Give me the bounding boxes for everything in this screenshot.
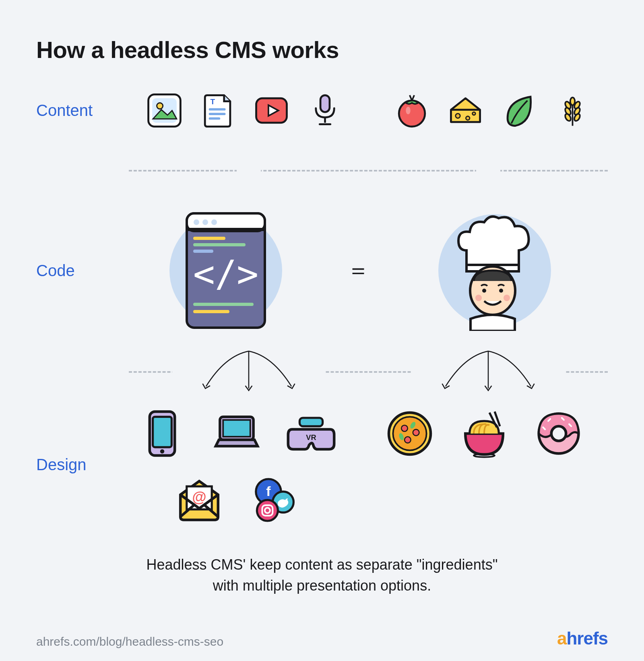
svg-point-60 — [393, 417, 426, 450]
branching-arrows-icon — [172, 345, 325, 397]
content-label: Content — [36, 101, 113, 120]
equals-symbol: ＝ — [339, 255, 382, 286]
svg-point-56 — [257, 500, 278, 521]
svg-point-42 — [475, 295, 482, 301]
pizza-icon — [384, 407, 436, 460]
svg-rect-36 — [193, 303, 254, 306]
caption: Headless CMS' keep content as separate "… — [101, 554, 543, 596]
svg-point-2 — [157, 103, 163, 109]
svg-rect-34 — [193, 250, 213, 253]
svg-rect-37 — [193, 310, 229, 313]
content-media-icons: T — [129, 91, 360, 130]
svg-rect-8 — [320, 95, 330, 112]
svg-point-61 — [401, 425, 408, 432]
chef-graphic — [382, 210, 608, 331]
svg-point-43 — [504, 295, 510, 301]
svg-rect-49 — [299, 418, 322, 426]
page-title: How a headless CMS works — [36, 36, 608, 63]
brand-first-letter: a — [557, 628, 566, 648]
svg-rect-48 — [223, 420, 250, 437]
svg-point-12 — [406, 107, 410, 114]
svg-rect-5 — [208, 113, 225, 115]
laptop-icon — [211, 407, 263, 460]
svg-rect-32 — [193, 237, 225, 240]
code-graphic: </> — [113, 210, 339, 331]
chef-icon — [442, 210, 547, 331]
video-icon — [252, 91, 291, 130]
design-foods — [360, 407, 608, 460]
brand-rest: hrefs — [566, 628, 608, 648]
branching-arrows-icon — [412, 345, 565, 397]
svg-rect-6 — [208, 118, 220, 120]
design-label: Design — [36, 456, 113, 474]
tomato-icon — [393, 91, 431, 130]
code-label: Code — [36, 262, 113, 280]
svg-point-16 — [472, 112, 475, 115]
svg-point-11 — [399, 101, 425, 127]
svg-point-29 — [194, 219, 199, 225]
noodles-icon — [458, 407, 510, 460]
design-outputs: VR @ f — [113, 407, 360, 526]
svg-point-41 — [499, 289, 503, 293]
code-window-icon: </> — [184, 210, 268, 331]
svg-point-17 — [570, 97, 574, 105]
image-icon — [145, 91, 184, 130]
microphone-icon — [306, 91, 344, 130]
svg-point-62 — [413, 430, 419, 436]
svg-point-40 — [482, 289, 486, 293]
svg-text:VR: VR — [306, 434, 316, 442]
code-row: Code </> ＝ — [36, 210, 608, 331]
content-row: Content T — [36, 91, 608, 130]
svg-rect-4 — [208, 108, 225, 111]
design-row: Design VR @ f — [36, 407, 608, 526]
svg-rect-45 — [153, 417, 171, 447]
svg-point-63 — [405, 437, 411, 443]
svg-text:f: f — [266, 483, 271, 499]
svg-point-31 — [211, 219, 217, 225]
svg-rect-28 — [187, 228, 265, 231]
svg-point-15 — [466, 116, 470, 120]
footer: ahrefs.com/blog/headless-cms-seo ahrefs — [36, 628, 608, 649]
svg-rect-33 — [193, 243, 246, 246]
svg-point-14 — [455, 114, 460, 118]
brand-logo: ahrefs — [557, 628, 608, 649]
phone-icon — [136, 407, 188, 460]
social-media-icon: f — [248, 474, 300, 526]
caption-line-1: Headless CMS' keep content as separate "… — [147, 556, 498, 573]
svg-point-46 — [160, 449, 164, 453]
svg-text:</>: </> — [193, 253, 259, 295]
vr-headset-icon: VR — [285, 407, 337, 460]
cheese-icon — [446, 91, 485, 130]
arrow-down-icon — [237, 144, 261, 196]
content-food-icons — [376, 91, 608, 130]
wheat-icon — [553, 91, 592, 130]
svg-text:@: @ — [192, 489, 206, 505]
arrow-down-icon — [476, 144, 500, 196]
leaf-icon — [500, 91, 538, 130]
caption-line-2: with multiple presentation options. — [213, 577, 431, 594]
svg-text:T: T — [210, 97, 215, 106]
email-icon: @ — [173, 474, 225, 526]
donut-icon — [533, 407, 585, 460]
document-icon: T — [199, 91, 237, 130]
svg-point-30 — [202, 219, 208, 225]
footer-url: ahrefs.com/blog/headless-cms-seo — [36, 635, 223, 649]
svg-point-70 — [551, 426, 566, 441]
